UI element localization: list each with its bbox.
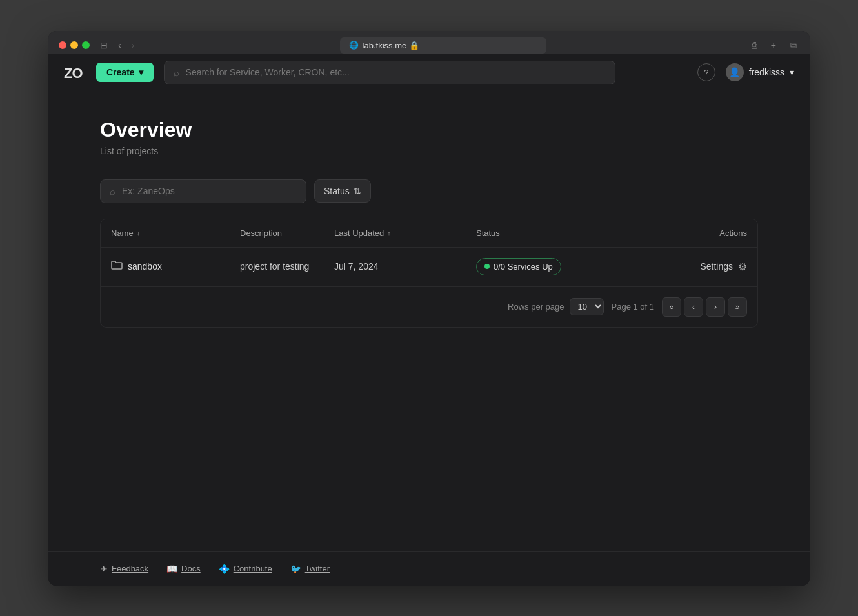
forward-button[interactable]: › [129,39,137,52]
rows-per-page-label: Rows per page [508,302,564,312]
actions-cell: Settings ⚙ [644,261,747,273]
page-title: Overview [100,118,758,142]
back-button[interactable]: ‹ [115,39,124,52]
create-label: Create [106,67,135,77]
create-button[interactable]: Create ▾ [96,63,154,82]
project-description-cell: project for testing [240,261,334,272]
traffic-lights [59,41,90,49]
close-button[interactable] [59,41,66,49]
svg-text:ZO: ZO [64,65,83,81]
browser-chrome: ⊟ ‹ › 🌐 lab.fkiss.me 🔒 ⎙ + ⧉ [48,31,810,54]
address-bar[interactable]: 🌐 lab.fkiss.me 🔒 [340,37,546,54]
settings-link[interactable]: Settings [700,261,733,272]
avatar: 👤 [726,63,744,81]
maximize-button[interactable] [82,41,90,49]
nav-right: ? 👤 fredkisss ▾ [697,63,794,81]
sort-down-icon: ↓ [137,229,141,237]
status-dot [484,264,490,269]
col-last-updated: Last Updated ↑ [334,228,476,238]
project-name-cell: sandbox [111,260,240,273]
feedback-icon: ✈ [100,564,108,574]
browser-titlebar: ⊟ ‹ › 🌐 lab.fkiss.me 🔒 ⎙ + ⧉ [59,37,799,54]
status-cell: 0/0 Services Up [476,258,644,275]
status-filter-button[interactable]: Status ⇅ [314,179,371,203]
docs-label: Docs [181,564,201,573]
projects-table: Name ↓ Description Last Updated ↑ Status [100,219,758,328]
sort-up-icon: ↑ [387,229,391,237]
pagination-row: Rows per page 10 Page 1 of 1 « ‹ › » [101,286,757,327]
chevron-down-icon: ▾ [790,67,794,77]
new-tab-button[interactable]: + [768,39,779,52]
help-button[interactable]: ? [697,63,715,81]
globe-icon: 🌐 [349,41,359,50]
table-header: Name ↓ Description Last Updated ↑ Status [101,219,757,248]
feedback-label: Feedback [112,564,148,573]
search-icon: ⌕ [174,67,179,78]
share-button[interactable]: ⎙ [749,39,759,52]
sort-icon: ⇅ [354,186,361,196]
url-display: lab.fkiss.me 🔒 [363,41,419,50]
col-description: Description [240,228,334,238]
prev-page-button[interactable]: ‹ [684,297,703,317]
username-label: fredkisss [749,67,784,77]
page-subtitle: List of projects [100,146,758,156]
app-content: ZO Create ▾ ⌕ ? 👤 fredkisss ▾ [48,54,810,586]
settings-icon-button[interactable]: ⚙ [738,261,747,273]
global-search[interactable]: ⌕ [164,61,615,84]
minimize-button[interactable] [70,41,78,49]
twitter-icon: 🐦 [290,564,301,574]
status-filter-label: Status [324,186,350,196]
first-page-button[interactable]: « [662,297,681,317]
last-page-button[interactable]: » [728,297,747,317]
contribute-label: Contribute [234,564,272,573]
search-icon: ⌕ [110,186,115,197]
question-mark-icon: ? [704,68,708,77]
tabs-button[interactable]: ⧉ [788,39,799,52]
main-content: Overview List of projects ⌕ Status ⇅ Nam… [48,92,810,551]
contribute-link[interactable]: 💠 Contribute [219,564,272,574]
twitter-label: Twitter [305,564,330,573]
sidebar-toggle-button[interactable]: ⊟ [97,39,110,52]
search-input[interactable] [186,67,606,77]
next-page-button[interactable]: › [706,297,725,317]
per-page-select[interactable]: 10 [570,298,604,315]
project-search-input[interactable] [122,186,297,196]
twitter-link[interactable]: 🐦 Twitter [290,564,330,574]
last-updated-cell: Jul 7, 2024 [334,261,476,272]
browser-actions: ⎙ + ⧉ [749,39,799,52]
col-actions: Actions [644,228,747,238]
page-info: Page 1 of 1 [612,302,655,312]
table-row: sandbox project for testing Jul 7, 2024 … [101,248,757,286]
page-nav-buttons: « ‹ › » [662,297,747,317]
col-status: Status [476,228,644,238]
contribute-icon: 💠 [219,564,230,574]
docs-icon: 📖 [166,564,177,574]
address-bar-container: 🌐 lab.fkiss.me 🔒 [145,37,741,54]
project-name-label: sandbox [128,261,162,272]
status-badge: 0/0 Services Up [476,258,561,275]
top-nav: ZO Create ▾ ⌕ ? 👤 fredkisss ▾ [48,54,810,92]
folder-icon [111,260,123,273]
col-name: Name ↓ [111,228,240,238]
browser-window: ⊟ ‹ › 🌐 lab.fkiss.me 🔒 ⎙ + ⧉ ZO [48,31,810,586]
app-footer: ✈ Feedback 📖 Docs 💠 Contribute 🐦 Twitter [48,551,810,586]
docs-link[interactable]: 📖 Docs [166,564,201,574]
rows-per-page: Rows per page 10 [508,298,603,315]
feedback-link[interactable]: ✈ Feedback [100,564,148,574]
user-menu[interactable]: 👤 fredkisss ▾ [726,63,794,81]
browser-controls: ⊟ ‹ › [97,39,137,52]
filters-row: ⌕ Status ⇅ [100,179,758,203]
project-search[interactable]: ⌕ [100,179,306,203]
chevron-down-icon: ▾ [139,67,143,77]
logo: ZO [64,64,86,81]
